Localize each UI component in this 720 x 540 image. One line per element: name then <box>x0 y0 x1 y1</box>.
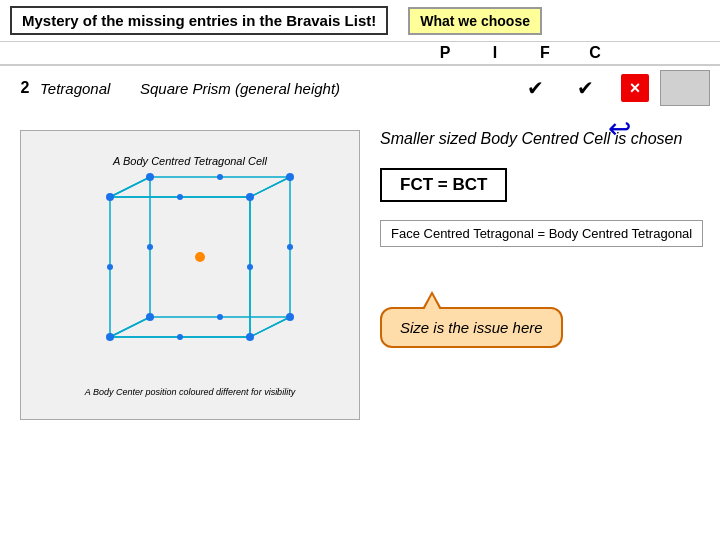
face-centred-text: Face Centred Tetragonal = Body Centred T… <box>380 220 703 247</box>
row-description: Square Prism (general height) <box>140 80 380 97</box>
cell-I: ✔ <box>560 76 610 100</box>
tetragonal-diagram <box>50 167 330 387</box>
diagram-title: A Body Centred Tetragonal Cell <box>113 155 267 167</box>
svg-marker-0 <box>110 197 250 337</box>
svg-marker-2 <box>250 177 290 337</box>
svg-point-11 <box>146 173 154 181</box>
svg-point-12 <box>286 173 294 181</box>
svg-point-18 <box>177 334 183 340</box>
x-mark: × <box>621 74 649 102</box>
svg-line-5 <box>110 317 150 337</box>
col-header-C: C <box>570 44 620 62</box>
cell-P: ✔ <box>510 76 560 100</box>
speech-bubble-text: Size is the issue here <box>400 319 543 336</box>
svg-point-14 <box>146 313 154 321</box>
speech-bubble: Size is the issue here <box>380 307 563 348</box>
svg-line-4 <box>110 177 150 197</box>
svg-point-22 <box>217 314 223 320</box>
svg-point-7 <box>106 193 114 201</box>
row-number: 2 <box>10 79 40 97</box>
svg-point-19 <box>107 264 113 270</box>
svg-marker-1 <box>110 177 290 197</box>
svg-point-17 <box>247 264 253 270</box>
smaller-text: Smaller sized Body Centred Cell is chose… <box>380 130 710 148</box>
col-header-F: F <box>520 44 570 62</box>
svg-marker-3 <box>110 317 290 337</box>
diagram-area: A Body Centred Tetragonal Cell <box>20 130 360 420</box>
right-content: Smaller sized Body Centred Cell is chose… <box>380 130 710 348</box>
svg-point-8 <box>246 193 254 201</box>
col-header-I: I <box>470 44 520 62</box>
diagram-caption: A Body Center position coloured differen… <box>85 387 295 397</box>
svg-point-9 <box>246 333 254 341</box>
svg-point-21 <box>287 244 293 250</box>
svg-point-15 <box>195 252 205 262</box>
cell-C <box>660 70 710 106</box>
row-label: Tetragonal <box>40 80 140 97</box>
header-row: Mystery of the missing entries in the Br… <box>0 0 720 42</box>
data-row-2: 2 Tetragonal Square Prism (general heigh… <box>0 65 720 110</box>
svg-point-23 <box>147 244 153 250</box>
svg-point-13 <box>286 313 294 321</box>
col-header-P: P <box>420 44 470 62</box>
fct-label: FCT = BCT <box>380 168 507 202</box>
cell-F: × <box>610 74 660 102</box>
what-we-choose-box: What we choose <box>408 7 542 35</box>
svg-point-20 <box>217 174 223 180</box>
page-title: Mystery of the missing entries in the Br… <box>10 6 388 35</box>
svg-point-16 <box>177 194 183 200</box>
svg-point-10 <box>106 333 114 341</box>
